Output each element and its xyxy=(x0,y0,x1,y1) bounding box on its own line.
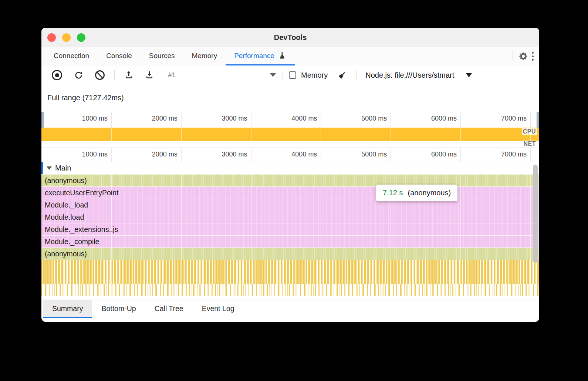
tab-memory[interactable]: Memory xyxy=(183,47,226,65)
micro-activity-bands xyxy=(41,260,539,296)
details-tabbar: SummaryBottom-UpCall TreeEvent Log xyxy=(41,300,539,318)
gridline xyxy=(391,128,391,141)
checkbox-box[interactable] xyxy=(289,71,296,79)
full-range-label: Full range (7127.42ms) xyxy=(47,94,124,102)
kebab-menu-icon[interactable] xyxy=(530,49,535,63)
tab-label: Memory xyxy=(192,52,217,60)
target-select[interactable]: Node.js: file:///Users/stmart xyxy=(365,71,472,80)
flame-row-label: executeUserEntryPoint xyxy=(45,189,118,197)
flame-tooltip: 7.12 s (anonymous) xyxy=(376,185,457,201)
divider xyxy=(356,70,356,80)
gridline xyxy=(111,128,112,141)
cpu-activity-strip xyxy=(41,128,539,141)
tab-label: Console xyxy=(106,52,132,60)
activity-band xyxy=(41,260,539,272)
flame-row-label: Module._load xyxy=(45,201,88,209)
reload-icon xyxy=(74,71,83,80)
scrollbar-thumb[interactable] xyxy=(533,165,538,263)
close-window-button[interactable] xyxy=(47,33,56,42)
ruler-tick-label: 4000 ms xyxy=(291,151,317,158)
net-activity-strip xyxy=(41,141,539,148)
ruler-tick-label: 7000 ms xyxy=(501,151,527,158)
chevron-down-icon xyxy=(270,73,276,77)
flame-rows: (anonymous)executeUserEntryPointModule._… xyxy=(41,174,539,260)
target-select-value: Node.js: file:///Users/stmart xyxy=(365,71,454,80)
tab-console[interactable]: Console xyxy=(98,47,141,65)
flame-row-module-extensions-js[interactable]: Module._extensions..js xyxy=(41,223,539,235)
activity-band xyxy=(41,284,539,296)
devtools-window: DevTools ConnectionConsoleSourcesMemoryP… xyxy=(41,28,539,322)
flame-ruler: 1000 ms2000 ms3000 ms4000 ms5000 ms6000 … xyxy=(41,148,539,162)
upload-icon xyxy=(124,71,133,80)
gridline xyxy=(460,128,461,141)
load-profile-button[interactable] xyxy=(122,69,135,81)
details-tab-summary[interactable]: Summary xyxy=(43,300,92,318)
ruler-tick-label: 6000 ms xyxy=(431,151,457,158)
track-label: Main xyxy=(55,164,71,172)
minimize-window-button[interactable] xyxy=(62,33,71,42)
tooltip-duration: 7.12 s xyxy=(383,189,403,197)
reload-and-record-button[interactable] xyxy=(72,69,85,82)
flame-row-executeuserentrypoint[interactable]: executeUserEntryPoint xyxy=(41,186,539,199)
tabbar-actions xyxy=(509,47,539,65)
collapse-triangle-icon[interactable] xyxy=(47,166,52,170)
track-header-main[interactable]: Main xyxy=(41,162,539,174)
ruler-tick-label: 2000 ms xyxy=(152,151,178,158)
memory-checkbox[interactable]: Memory xyxy=(289,71,328,80)
flame-row-label: Module.load xyxy=(45,213,84,222)
activity-band xyxy=(41,272,539,284)
tab-label: Connection xyxy=(54,52,89,60)
details-tab-event-log[interactable]: Event Log xyxy=(193,300,244,318)
ruler-tick-label: 6000 ms xyxy=(431,115,457,122)
flame-chart-panel[interactable]: 1000 ms2000 ms3000 ms4000 ms5000 ms6000 … xyxy=(41,148,539,300)
flame-row-module-load[interactable]: Module.load xyxy=(41,211,539,223)
timeline-overview[interactable]: Full range (7127.42ms) 1000 ms2000 ms300… xyxy=(41,85,539,148)
chevron-down-icon xyxy=(466,73,472,77)
performance-toolbar: #1 Memory Node.js: file:///Users/stmart xyxy=(41,65,539,85)
overview-right-handle[interactable] xyxy=(537,112,539,128)
divider xyxy=(513,51,513,61)
download-icon xyxy=(145,71,154,80)
block-icon xyxy=(95,70,105,80)
ruler-tick-label: 2000 ms xyxy=(152,115,178,122)
settings-gear-icon[interactable] xyxy=(517,50,530,63)
flame-row-label: Module._compile xyxy=(45,237,99,246)
main-tab-strip: ConnectionConsoleSourcesMemoryPerformanc… xyxy=(41,47,295,65)
profile-select[interactable]: #1 xyxy=(165,71,279,79)
overview-left-handle[interactable] xyxy=(41,112,44,128)
devtools-tabbar: ConnectionConsoleSourcesMemoryPerformanc… xyxy=(41,47,539,66)
flame-row-module-load[interactable]: Module._load xyxy=(41,199,539,211)
window-title: DevTools xyxy=(274,33,307,42)
save-profile-button[interactable] xyxy=(143,69,156,81)
flame-row-module-compile[interactable]: Module._compile xyxy=(41,235,539,247)
window-titlebar[interactable]: DevTools xyxy=(41,28,539,47)
divider xyxy=(114,70,115,80)
collect-garbage-button[interactable] xyxy=(335,69,348,82)
ruler-tick-label: 3000 ms xyxy=(222,151,247,158)
cpu-strip-label: CPU xyxy=(522,128,537,135)
clear-button[interactable] xyxy=(93,68,107,82)
gridline xyxy=(251,128,251,141)
flame-row-anonymous[interactable]: (anonymous) xyxy=(41,174,539,186)
ruler-tick-label: 1000 ms xyxy=(82,115,108,122)
flame-row-label: Module._extensions..js xyxy=(45,225,118,234)
tab-performance[interactable]: Performance xyxy=(226,47,295,65)
record-button[interactable] xyxy=(50,68,64,82)
flame-row-anonymous[interactable]: (anonymous) xyxy=(41,247,539,260)
tab-connection[interactable]: Connection xyxy=(45,47,98,65)
details-tab-strip: SummaryBottom-UpCall TreeEvent Log xyxy=(41,300,244,318)
gridline xyxy=(181,128,182,141)
details-tab-bottom-up[interactable]: Bottom-Up xyxy=(92,300,145,318)
details-tab-call-tree[interactable]: Call Tree xyxy=(145,300,193,318)
profile-select-value: #1 xyxy=(168,71,176,79)
tab-label: Sources xyxy=(149,52,175,60)
record-icon xyxy=(52,70,62,80)
tab-sources[interactable]: Sources xyxy=(141,47,183,65)
vertical-scrollbar[interactable] xyxy=(533,163,538,298)
ruler-tick-label: 4000 ms xyxy=(291,115,317,122)
flask-icon xyxy=(278,52,286,60)
tooltip-label: (anonymous) xyxy=(408,189,451,197)
gridline xyxy=(321,128,321,141)
zoom-window-button[interactable] xyxy=(77,33,85,42)
overview-ruler: 1000 ms2000 ms3000 ms4000 ms5000 ms6000 … xyxy=(41,112,539,127)
